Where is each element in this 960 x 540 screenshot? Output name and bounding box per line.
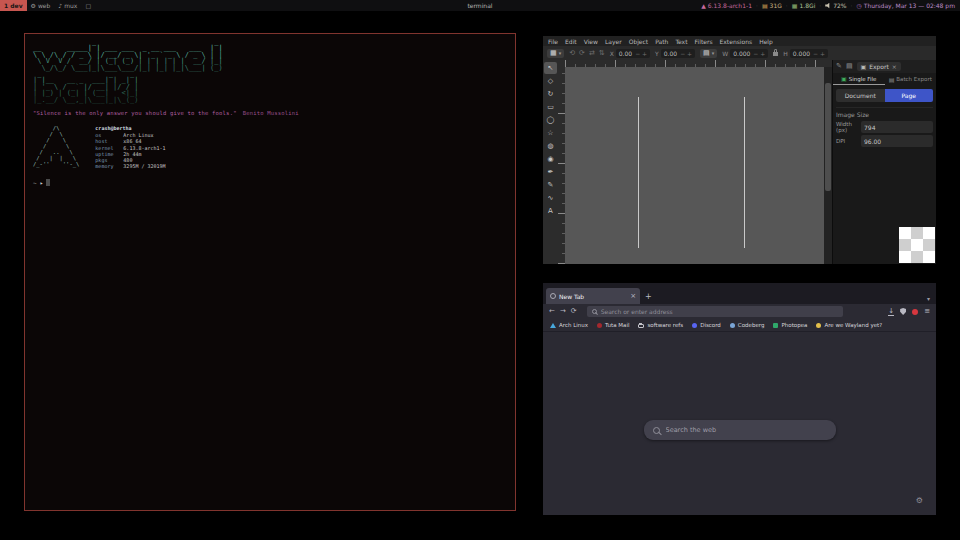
workspace-tag[interactable]: ⚙web [27, 0, 55, 11]
bookmark[interactable]: Codeberg [730, 322, 765, 328]
transform-icon[interactable]: ⟲ [569, 50, 575, 57]
web-search-box[interactable] [644, 420, 836, 440]
menu-button[interactable]: ≡ [924, 308, 930, 315]
memory-icon: ▦ [792, 3, 798, 9]
personalize-gear-icon[interactable]: ⚙ [916, 497, 923, 505]
scrollbar-thumb[interactable] [825, 83, 831, 191]
close-tab-icon[interactable]: × [630, 292, 636, 300]
close-icon[interactable]: × [892, 63, 897, 70]
browser-window[interactable]: New Tab × + ▾ ← → ⟳ ↓ ≡ Arch LinuxTuta M… [543, 283, 936, 515]
status-disk: ▤31G [762, 2, 782, 9]
tool-node[interactable]: ◇ [544, 75, 557, 87]
workspace-tags: 1 dev⚙web♪mux▢ [0, 0, 95, 11]
workspace-tag[interactable]: ▢ [81, 0, 95, 11]
prompt-arrow-icon: ▸ [40, 179, 44, 186]
transform-icon[interactable]: ⇄ [589, 50, 595, 57]
width-input[interactable]: 794 [861, 121, 933, 133]
downloads-button[interactable]: ↓ [888, 308, 894, 316]
bookmark[interactable]: Tuta Mail [597, 322, 629, 328]
tab-single-file[interactable]: ▣ Single File [833, 73, 885, 85]
layers-icon[interactable]: ▤ [846, 63, 853, 70]
menu-path[interactable]: Path [655, 38, 668, 45]
forward-button[interactable]: → [560, 308, 566, 315]
menu-help[interactable]: Help [759, 38, 773, 45]
tool-calligraphy[interactable]: ∿ [544, 192, 557, 204]
bookmark[interactable]: Discord [692, 322, 721, 328]
transform-icon[interactable]: ⇅ [599, 50, 605, 57]
increment-icon[interactable]: + [818, 50, 825, 57]
h-spinbox[interactable]: 0.000− + [790, 49, 828, 58]
scope-page-button[interactable]: Page [885, 89, 934, 102]
tool-box-3d[interactable]: ◍ [544, 140, 557, 152]
tool-spiral[interactable]: ◉ [544, 153, 557, 165]
menu-filters[interactable]: Filters [695, 38, 713, 45]
list-tabs-chevron-icon[interactable]: ▾ [927, 295, 933, 304]
fetch-block: /\ / \ / \ / \ / .. \ / | | \ /_-'' ''-_… [33, 125, 507, 169]
pencil-icon[interactable]: ✎ [836, 63, 842, 70]
tool-shape-builder[interactable]: ↻ [544, 88, 557, 100]
workspace-tag[interactable]: 1 dev [0, 0, 27, 11]
field-value: 0.000 [793, 50, 810, 57]
batch-icon: ▤ [889, 76, 895, 83]
bookmarks-bar: Arch LinuxTuta Mailsoftware refsDiscordC… [543, 319, 936, 332]
field-label: X [610, 50, 614, 57]
increment-icon[interactable]: + [758, 50, 765, 57]
transform-dropdown[interactable]: ▤ ▾ [700, 49, 717, 58]
menu-object[interactable]: Object [629, 38, 649, 45]
field-value: 0.00 [664, 50, 677, 57]
new-tab-button[interactable]: + [640, 288, 657, 304]
tool-text[interactable]: A [544, 205, 557, 217]
scope-document-button[interactable]: Document [836, 89, 885, 102]
inkscape-canvas[interactable] [565, 67, 824, 264]
tab-batch-export[interactable]: ▤ Batch Export [885, 73, 937, 85]
bookmark[interactable]: software refs [638, 322, 683, 328]
horizontal-ruler[interactable] [565, 60, 824, 67]
extension-status-icon[interactable] [912, 309, 918, 315]
field-value: 0.00 [619, 50, 632, 57]
increment-icon[interactable]: + [685, 50, 692, 57]
discord-icon [692, 323, 697, 328]
menu-file[interactable]: File [548, 38, 558, 45]
w-spinbox[interactable]: 0.000− + [730, 49, 768, 58]
export-dialog-tab[interactable]: ▣ Export × [857, 62, 901, 71]
tool-options-dropdown[interactable]: ▦ ▾ [547, 49, 564, 58]
transform-icon[interactable]: ⟳ [579, 50, 585, 57]
menu-layer[interactable]: Layer [605, 38, 622, 45]
menu-text[interactable]: Text [675, 38, 687, 45]
lock-ratio-icon[interactable] [773, 52, 778, 56]
web-search-input[interactable] [666, 426, 827, 434]
tab-title: New Tab [559, 293, 627, 300]
tool-selector[interactable]: ↖ [544, 62, 557, 74]
active-tab[interactable]: New Tab × [546, 288, 640, 304]
menu-view[interactable]: View [584, 38, 598, 45]
inkscape-window[interactable]: FileEditViewLayerObjectPathTextFiltersEx… [543, 36, 936, 264]
url-input[interactable] [601, 308, 838, 315]
canvas-scrollbar[interactable] [824, 67, 832, 264]
welcome-ascii-art: _ _ __ _____| | ___ ___ _ __ ___ ___ | |… [33, 39, 507, 103]
workspace-tag[interactable]: ♪mux [54, 0, 81, 11]
bookmark[interactable]: Are we Wayland yet? [816, 322, 882, 328]
bookmark[interactable]: Arch Linux [550, 322, 588, 328]
y-spinbox[interactable]: 0.00− + [661, 49, 695, 58]
dpi-input[interactable]: 96.00 [861, 135, 933, 147]
tool-pencil[interactable]: ✎ [544, 179, 557, 191]
menu-edit[interactable]: Edit [565, 38, 577, 45]
menu-extensions[interactable]: Extensions [720, 38, 753, 45]
account-shield-icon[interactable] [900, 308, 906, 315]
separator: · [851, 2, 853, 9]
terminal-window[interactable]: _ _ __ _____| | ___ ___ _ __ ___ ___ | |… [24, 33, 516, 511]
bookmark[interactable]: Photopea [773, 322, 807, 328]
url-bar[interactable] [587, 306, 843, 317]
status-text: 6.13.8-arch1-1 [708, 2, 752, 9]
tool-star[interactable]: ☆ [544, 127, 557, 139]
shell-prompt[interactable]: ~ ▸ [33, 179, 507, 186]
vertical-ruler[interactable] [558, 67, 565, 264]
increment-icon[interactable]: + [640, 50, 647, 57]
tool-pen[interactable]: ✒ [544, 166, 557, 178]
tag-label: mux [64, 2, 77, 9]
back-button[interactable]: ← [549, 308, 555, 315]
x-spinbox[interactable]: 0.00− + [616, 49, 650, 58]
tool-rectangle[interactable]: ▭ [544, 101, 557, 113]
tool-ellipse[interactable]: ◯ [544, 114, 557, 126]
reload-button[interactable]: ⟳ [571, 308, 577, 315]
